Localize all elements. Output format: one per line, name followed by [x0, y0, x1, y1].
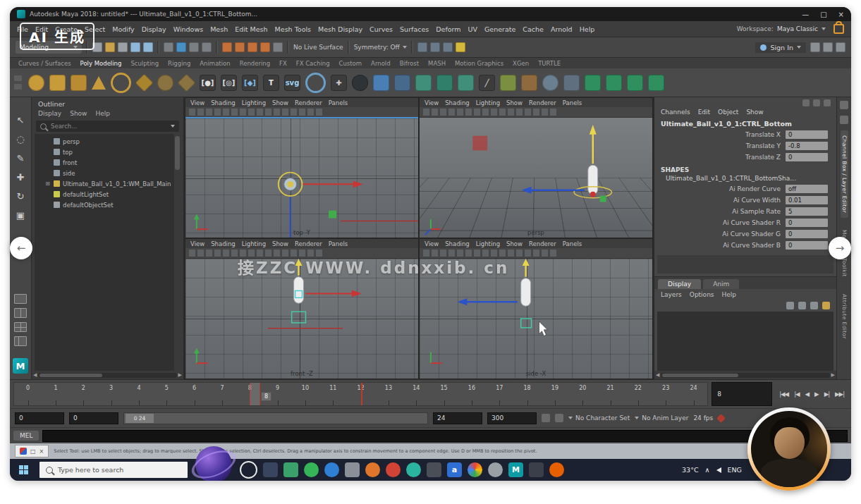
volume-icon[interactable] [716, 467, 721, 473]
make-live-icon[interactable] [273, 42, 283, 52]
lasso-tool-icon[interactable]: ◌ [16, 135, 24, 144]
boolean-union-icon[interactable] [373, 75, 389, 91]
mail-app-icon[interactable] [386, 462, 401, 477]
open-scene-icon[interactable] [105, 42, 115, 52]
time-tick[interactable]: 19 [541, 383, 568, 405]
layer-editor-tab[interactable]: Anim [703, 279, 739, 289]
viewport-menu-item[interactable]: Show [506, 240, 523, 247]
attribute-name[interactable]: Ai Sample Rate [732, 208, 781, 215]
time-tick[interactable]: 14 [403, 383, 430, 405]
workspace-selector[interactable]: Workspace: Maya Classic [737, 24, 844, 34]
quad-draw-icon[interactable]: ✚ [331, 75, 347, 91]
opera-icon[interactable] [240, 461, 257, 479]
outliner-menu-item[interactable]: Help [95, 110, 110, 117]
viewport-menu-item[interactable]: View [190, 99, 204, 106]
channel-box-menu-item[interactable]: Show [746, 109, 763, 116]
outliner-search[interactable]: Search... [36, 121, 179, 132]
menu-item[interactable]: Mesh [210, 25, 228, 33]
redo-icon[interactable] [143, 42, 153, 52]
platonic-primitive-icon[interactable] [178, 73, 195, 91]
time-tick[interactable]: 16 [458, 383, 485, 405]
camera-app-icon[interactable] [427, 462, 441, 477]
snap-to-curve-icon[interactable] [235, 42, 245, 52]
lock-icon[interactable] [833, 24, 844, 34]
viewport-menu-item[interactable]: Shading [445, 99, 470, 106]
pause-icon[interactable] [456, 42, 465, 52]
attribute-editor-icon[interactable] [840, 101, 848, 109]
viewport-menu-item[interactable]: Panels [563, 99, 582, 106]
outliner-menu-item[interactable]: Display [38, 110, 61, 117]
layer-display-icon[interactable] [810, 302, 818, 309]
menu-item[interactable]: Help [580, 25, 595, 33]
animation-end-field[interactable]: 300 [487, 412, 537, 424]
selected-object-name[interactable]: Ultimate_Ball_v1_0_1:CTRL_Bottom [654, 118, 836, 129]
render-settings-icon[interactable] [443, 42, 453, 52]
viewport-menu-item[interactable]: Shading [211, 240, 236, 247]
type-tool-icon[interactable]: T [263, 75, 279, 91]
time-slider[interactable]: 0123456789101112131415161718192021222324… [13, 382, 708, 406]
command-language-toggle[interactable]: MEL [13, 431, 39, 441]
shelf-tab[interactable]: FX [279, 60, 287, 67]
time-tick[interactable]: 20 [569, 383, 597, 405]
weather-temp[interactable]: 33°C [682, 466, 698, 474]
outliner-item[interactable]: persp [35, 136, 174, 147]
attribute-value-field[interactable]: 0.01 [786, 196, 828, 204]
viewport-menu-item[interactable]: Lighting [242, 240, 266, 247]
time-tick[interactable]: 5 [153, 383, 181, 405]
menu-item[interactable]: Generate [484, 25, 515, 33]
viewport-menu-item[interactable]: Show [506, 99, 523, 106]
shelf-tab[interactable]: Custom [339, 60, 362, 67]
channel-pin-icon[interactable] [824, 99, 831, 106]
viewport-menu-item[interactable]: Shading [211, 99, 236, 106]
attribute-value-field[interactable]: 0 [786, 130, 828, 139]
time-tick[interactable]: 6 [181, 383, 208, 405]
playback-options-icon[interactable] [542, 414, 550, 422]
viewport-menu-item[interactable]: Show [272, 240, 288, 247]
attribute-value-field[interactable]: 5 [786, 207, 828, 216]
extract-icon[interactable]: [◆] [242, 75, 258, 91]
sidebar-tab[interactable]: Channel Box / Layer Editor [841, 130, 848, 218]
disc-primitive-icon[interactable] [157, 75, 173, 91]
black-sphere-icon[interactable] [352, 75, 368, 91]
attribute-name[interactable]: Translate Z [745, 154, 781, 161]
layer-visibility-icon[interactable] [786, 302, 794, 309]
cone-primitive-icon[interactable] [92, 76, 106, 90]
viewport-menu-item[interactable]: Renderer [295, 240, 322, 247]
live-surface-icon[interactable] [305, 73, 326, 93]
mirror-icon[interactable] [521, 75, 537, 91]
previous-button[interactable]: ← [10, 237, 32, 259]
combine-icon[interactable]: [●] [200, 75, 216, 91]
shelf-tab[interactable]: XGen [513, 60, 529, 67]
restore-icon[interactable]: □ [30, 448, 36, 455]
sidebar-tab[interactable]: Attribute Editor [841, 289, 848, 344]
shelf-tab[interactable]: FX Caching [296, 60, 330, 67]
time-tick[interactable]: 4 [125, 383, 152, 405]
auto-keyframe-icon[interactable] [716, 414, 726, 423]
layer-playback-icon[interactable] [798, 302, 806, 309]
settings-app-icon[interactable] [345, 462, 360, 477]
bridge-icon[interactable] [436, 75, 453, 91]
no-live-surface-label[interactable]: No Live Surface [293, 44, 343, 51]
menu-item[interactable]: Curves [370, 25, 393, 33]
playhead[interactable] [250, 383, 260, 405]
bevel-icon[interactable] [415, 75, 432, 91]
time-tick[interactable]: 22 [624, 383, 652, 405]
shelf-tab[interactable]: Sculpting [130, 60, 159, 67]
menu-item[interactable]: Deform [436, 25, 460, 33]
extrude-icon[interactable] [458, 75, 474, 91]
vlc-icon[interactable] [365, 462, 380, 477]
select-object-icon[interactable] [176, 42, 186, 52]
attribute-name[interactable]: Ai Curve Shader B [723, 242, 781, 249]
scroll-right-arrow-icon[interactable]: ▶ [178, 372, 182, 378]
undo-icon[interactable] [130, 42, 140, 52]
scrollbar-thumb[interactable] [662, 374, 738, 377]
viewport-menu-item[interactable]: Renderer [529, 99, 556, 106]
playback-button[interactable]: ▶| [823, 390, 831, 398]
render-view-icon[interactable] [417, 42, 427, 52]
playback-button[interactable]: |◀◀ [778, 390, 790, 398]
show-shelf-toggle-icon[interactable] [836, 42, 845, 52]
time-tick[interactable]: 11 [319, 383, 347, 405]
anim-layer-dropdown[interactable]: No Anim Layer [635, 414, 688, 422]
shelf-tab[interactable]: Motion Graphics [455, 60, 503, 67]
shelf-menu-icon[interactable] [14, 75, 22, 81]
